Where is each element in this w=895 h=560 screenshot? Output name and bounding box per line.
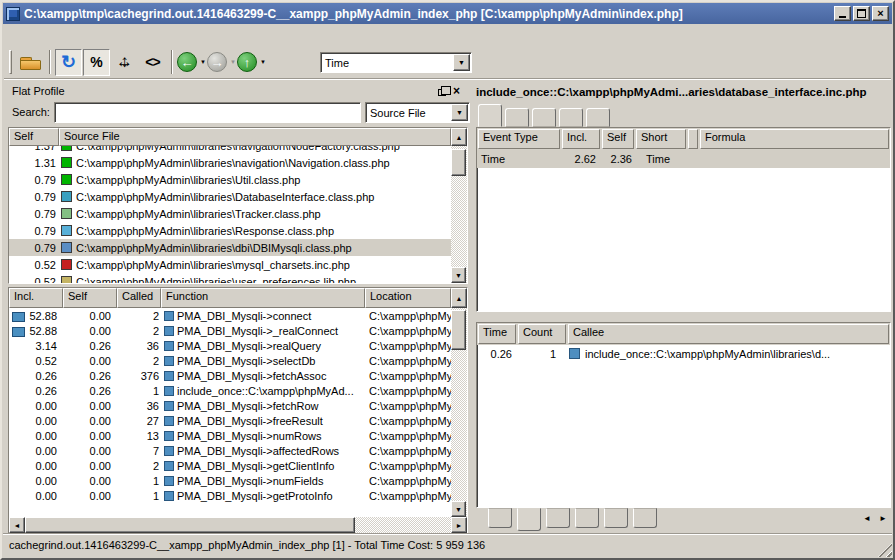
relative-percent-toggle[interactable]: % [83, 49, 110, 76]
file-row[interactable]: 1.31 C:\xampp\phpMyAdmin\libraries\navig… [9, 154, 451, 171]
scrollbar-thumb[interactable] [451, 149, 466, 176]
function-row[interactable]: 0.00 0.00 1 PMA_DBI_Mysqli->numFields C:… [9, 473, 451, 488]
file-row[interactable]: 1.37 C:\xampp\phpMyAdmin\libraries\navig… [9, 146, 451, 154]
flat-profile-dock-header[interactable]: Flat Profile × [8, 82, 468, 99]
scroll-up-button[interactable]: ▲ [451, 288, 467, 308]
function-row[interactable]: 3.14 0.26 36 PMA_DBI_Mysqli->realQuery C… [9, 338, 451, 353]
detail-tab[interactable] [559, 108, 583, 127]
file-path: C:\xampp\phpMyAdmin\libraries\navigation… [76, 157, 390, 169]
function-table-hscrollbar[interactable]: ◄ ► [9, 517, 467, 533]
function-row[interactable]: 0.00 0.00 7 PMA_DBI_Mysqli->affectedRows… [9, 443, 451, 458]
scrollbar-thumb[interactable] [25, 517, 355, 533]
menu-item[interactable] [13, 34, 17, 36]
file-row[interactable]: 0.79 C:\xampp\phpMyAdmin\libraries\dbi\D… [9, 239, 451, 256]
column-header-self[interactable]: Self [9, 128, 59, 146]
open-file-button[interactable] [17, 49, 44, 76]
up-icon: ↑ [237, 52, 257, 72]
dock-float-button[interactable] [434, 84, 449, 98]
tab-scroll-left-button[interactable]: ◄ [859, 509, 875, 528]
file-row[interactable]: 0.79 C:\xampp\phpMyAdmin\libraries\Track… [9, 205, 451, 222]
detail-bottom-tab[interactable] [488, 508, 512, 528]
file-row[interactable]: 0.79 C:\xampp\phpMyAdmin\libraries\Util.… [9, 171, 451, 188]
dock-layout-button[interactable]: ↔ ↕ [111, 49, 138, 76]
column-header-function[interactable]: Function [161, 288, 365, 308]
event-types-table: Event Type Incl. Self Short Formula Time… [476, 127, 891, 312]
file-list-vscrollbar[interactable]: ▼ [451, 146, 467, 283]
cell-incl: 52.88 [9, 310, 63, 322]
grouping-select[interactable]: Source File ▼ [365, 102, 470, 123]
detail-bottom-tab[interactable] [517, 508, 541, 531]
title-bar[interactable]: C:\xampp\tmp\cachegrind.out.1416463299-C… [3, 3, 892, 24]
column-header-time[interactable]: Time [478, 324, 516, 344]
menu-item[interactable] [34, 34, 38, 36]
column-header-self[interactable]: Self [63, 288, 117, 308]
reload-button[interactable]: ↻ [55, 49, 82, 76]
file-row[interactable]: 0.79 C:\xampp\phpMyAdmin\libraries\Respo… [9, 222, 451, 239]
detail-bottom-tab[interactable] [546, 508, 570, 528]
function-row[interactable]: 52.88 0.00 2 PMA_DBI_Mysqli->connect C:\… [9, 308, 451, 323]
cycle-detection-button[interactable]: <> [139, 49, 166, 76]
combo-dropdown-button[interactable]: ▼ [453, 54, 470, 71]
file-cost-icon [61, 146, 72, 151]
column-header-self[interactable]: Self [602, 129, 634, 149]
scrollbar-thumb[interactable] [451, 310, 466, 350]
detail-bottom-tab[interactable] [633, 508, 657, 528]
function-row[interactable]: 0.26 0.26 376 PMA_DBI_Mysqli->fetchAssoc… [9, 368, 451, 383]
column-header-formula[interactable]: Formula [700, 129, 889, 149]
back-button[interactable]: ← ▼ [177, 49, 206, 76]
menu-item[interactable] [97, 34, 101, 36]
scroll-down-button[interactable]: ▼ [451, 501, 466, 517]
close-icon: × [453, 84, 460, 98]
toolbar-handle[interactable] [9, 50, 12, 74]
menu-item[interactable] [55, 34, 59, 36]
forward-button[interactable]: → ▼ [207, 49, 236, 76]
column-header-incl[interactable]: Incl. [562, 129, 600, 149]
scroll-down-button[interactable]: ▼ [451, 267, 466, 283]
tab-scroll-right-button[interactable]: ► [875, 509, 891, 528]
detail-tab[interactable] [478, 104, 502, 127]
function-row[interactable]: 0.00 0.00 27 PMA_DBI_Mysqli->freeResult … [9, 413, 451, 428]
up-button[interactable]: ↑ ▼ [237, 49, 266, 76]
detail-tab[interactable] [505, 108, 529, 127]
function-row[interactable]: 52.88 0.00 2 PMA_DBI_Mysqli->_realConnec… [9, 323, 451, 338]
scroll-up-button[interactable]: ▲ [451, 128, 467, 146]
function-row[interactable]: 0.26 0.26 1 include_once::C:\xampp\phpMy… [9, 383, 451, 398]
column-header-callee[interactable]: Callee [568, 324, 889, 344]
search-input[interactable] [54, 102, 361, 123]
column-header-event-type[interactable]: Event Type [478, 129, 560, 149]
scroll-left-button[interactable]: ◄ [9, 517, 25, 533]
column-header-location[interactable]: Location [365, 288, 451, 308]
column-header-called[interactable]: Called [117, 288, 161, 308]
function-row[interactable]: 0.00 0.00 2 PMA_DBI_Mysqli->getClientInf… [9, 458, 451, 473]
detail-bottom-tab[interactable] [575, 508, 599, 528]
detail-tab[interactable] [532, 108, 556, 127]
detail-bottom-tab[interactable] [604, 508, 628, 528]
scroll-right-button[interactable]: ► [451, 517, 467, 533]
cell-incl: 0.52 [9, 355, 63, 367]
function-row[interactable]: 0.00 0.00 13 PMA_DBI_Mysqli->numRows C:\… [9, 428, 451, 443]
cell-function: PMA_DBI_Mysqli->getProtoInfo [161, 490, 365, 502]
column-header-count[interactable]: Count [518, 324, 566, 344]
function-table-vscrollbar[interactable]: ▼ [451, 308, 467, 517]
detail-tab[interactable] [586, 108, 610, 127]
event-type-select[interactable]: Time ▼ [320, 52, 472, 73]
dock-close-button[interactable]: × [449, 84, 464, 98]
column-header-short[interactable]: Short [636, 129, 686, 149]
cell-function: PMA_DBI_Mysqli->getClientInfo [161, 460, 365, 472]
column-header-incl[interactable]: Incl. [9, 288, 63, 308]
combo-dropdown-button[interactable]: ▼ [451, 104, 468, 121]
function-row[interactable]: 0.52 0.00 2 PMA_DBI_Mysqli->selectDb C:\… [9, 353, 451, 368]
menu-item[interactable] [76, 34, 80, 36]
callee-row[interactable]: 0.26 1 include_once::C:\xampp\phpMyAdmin… [477, 345, 890, 362]
close-button[interactable]: × [872, 6, 889, 21]
function-row[interactable]: 0.00 0.00 1 PMA_DBI_Mysqli->getProtoInfo… [9, 488, 451, 503]
scrollbar-track[interactable] [25, 517, 451, 533]
file-row[interactable]: 0.79 C:\xampp\phpMyAdmin\libraries\Datab… [9, 188, 451, 205]
minimize-button[interactable] [834, 6, 851, 21]
maximize-button[interactable] [853, 6, 870, 21]
event-type-row[interactable]: Time 2.62 2.36 Time [477, 150, 890, 168]
file-row[interactable]: 0.52 C:\xampp\phpMyAdmin\libraries\mysql… [9, 256, 451, 273]
file-row[interactable]: 0.52 C:\xampp\phpMyAdmin\libraries\user_… [9, 273, 451, 283]
column-header-source-file[interactable]: Source File [59, 128, 451, 146]
function-row[interactable]: 0.00 0.00 36 PMA_DBI_Mysqli->fetchRow C:… [9, 398, 451, 413]
